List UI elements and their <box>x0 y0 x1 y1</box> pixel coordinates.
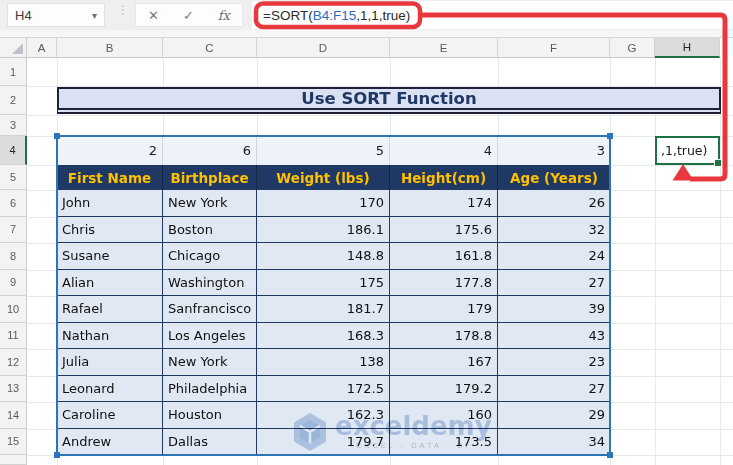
row-header-11[interactable]: 11 <box>0 323 27 350</box>
table-row: NathanLos Angeles168.3178.843 <box>57 323 610 350</box>
table-cell[interactable]: Caroline <box>57 402 163 428</box>
row-header-2[interactable]: 2 <box>0 86 27 115</box>
table-header-row: First NameBirthplaceWeight (lbs)Height(c… <box>57 165 610 190</box>
table-cell[interactable]: Houston <box>163 402 257 428</box>
table-cell[interactable]: Boston <box>163 217 257 243</box>
table-cell[interactable]: 27 <box>498 270 610 296</box>
table-cell[interactable]: Dallas <box>163 429 257 456</box>
table-cell[interactable]: New York <box>163 349 257 375</box>
table-cell[interactable]: Washington <box>163 270 257 296</box>
row-header-12[interactable]: 12 <box>0 349 27 376</box>
cancel-icon[interactable]: ✕ <box>148 8 159 23</box>
table-cell[interactable]: 179.7 <box>257 429 390 456</box>
table-cell[interactable]: 177.8 <box>390 270 498 296</box>
enter-icon[interactable]: ✓ <box>183 8 194 23</box>
row-header-1[interactable]: 1 <box>0 58 27 86</box>
table-cell[interactable]: John <box>57 190 163 216</box>
table-cell[interactable]: Philadelphia <box>163 376 257 402</box>
title-cell[interactable]: Use SORT Function <box>57 87 721 114</box>
column-header-f[interactable]: F <box>498 38 610 58</box>
table-cell[interactable]: 186.1 <box>257 217 390 243</box>
row-header-4[interactable]: 4 <box>0 136 27 165</box>
table-cell[interactable]: 162.3 <box>257 402 390 428</box>
gridline-horizontal <box>27 455 733 456</box>
table-cell[interactable]: 27 <box>498 376 610 402</box>
table-cell[interactable]: 175 <box>257 270 390 296</box>
table-cell[interactable]: 174 <box>390 190 498 216</box>
table-cell[interactable]: 23 <box>498 349 610 375</box>
table-cell[interactable]: 167 <box>390 349 498 375</box>
table-cell[interactable]: New York <box>163 190 257 216</box>
sort-index-cell[interactable]: 5 <box>257 136 390 165</box>
row-header-13[interactable]: 13 <box>0 376 27 403</box>
table-cell[interactable]: 179 <box>390 296 498 322</box>
table-column-header[interactable]: Height(cm) <box>390 165 498 190</box>
table-cell[interactable]: 43 <box>498 323 610 349</box>
table-column-header[interactable]: First Name <box>57 165 163 190</box>
table-cell[interactable]: 29 <box>498 402 610 428</box>
formula-suffix: ,1,1,true) <box>356 8 410 23</box>
formula-input[interactable]: =SORT(B4:F15,1,1,true) <box>252 1 733 29</box>
table-cell[interactable]: Los Angeles <box>163 323 257 349</box>
fill-handle[interactable] <box>714 159 722 167</box>
column-header-d[interactable]: D <box>257 38 390 58</box>
row-header-6[interactable]: 6 <box>0 190 27 217</box>
table-cell[interactable]: Chris <box>57 217 163 243</box>
table-cell[interactable]: 170 <box>257 190 390 216</box>
table-cell[interactable]: Andrew <box>57 429 163 456</box>
table-cell[interactable]: 161.8 <box>390 243 498 269</box>
table-column-header[interactable]: Age (Years) <box>498 165 610 190</box>
column-header-h[interactable]: H <box>655 38 720 58</box>
table-cell[interactable]: 175.6 <box>390 217 498 243</box>
table-cell[interactable]: 168.3 <box>257 323 390 349</box>
table-cell[interactable]: 34 <box>498 429 610 456</box>
column-header-b[interactable]: B <box>57 38 163 58</box>
column-header-c[interactable]: C <box>163 38 257 58</box>
column-header-a[interactable]: A <box>27 38 57 58</box>
table-column-header[interactable]: Birthplace <box>163 165 257 190</box>
table-cell[interactable]: 148.8 <box>257 243 390 269</box>
sort-index-cell[interactable]: 4 <box>390 136 498 165</box>
table-cell[interactable]: 181.7 <box>257 296 390 322</box>
table-cell[interactable]: 173.5 <box>390 429 498 456</box>
table-cell[interactable]: 32 <box>498 217 610 243</box>
table-cell[interactable]: Leonard <box>57 376 163 402</box>
table-cell[interactable]: Sanfrancisco <box>163 296 257 322</box>
row-header-15[interactable]: 15 <box>0 429 27 456</box>
column-header-g[interactable]: G <box>610 38 655 58</box>
row-header-5[interactable]: 5 <box>0 165 27 190</box>
row-header-7[interactable]: 7 <box>0 217 27 244</box>
table-cell[interactable]: Julia <box>57 349 163 375</box>
table-cell[interactable]: Nathan <box>57 323 163 349</box>
table-cell[interactable]: 179.2 <box>390 376 498 402</box>
column-header-e[interactable]: E <box>390 38 498 58</box>
row-header-3[interactable]: 3 <box>0 115 27 136</box>
row-header-10[interactable]: 10 <box>0 296 27 323</box>
table-row: LeonardPhiladelphia172.5179.227 <box>57 376 610 403</box>
row-header-8[interactable]: 8 <box>0 243 27 270</box>
active-cell-h4[interactable]: ,1,true) <box>655 136 720 165</box>
sort-index-cell[interactable]: 2 <box>57 136 163 165</box>
name-box[interactable]: H4 ▾ <box>7 3 105 27</box>
table-cell[interactable]: 26 <box>498 190 610 216</box>
row-header-9[interactable]: 9 <box>0 270 27 297</box>
row-header-14[interactable]: 14 <box>0 402 27 429</box>
table-cell[interactable]: Chicago <box>163 243 257 269</box>
sort-index-cell[interactable]: 6 <box>163 136 257 165</box>
table-cell[interactable]: 24 <box>498 243 610 269</box>
table-cell[interactable]: 178.8 <box>390 323 498 349</box>
select-all-triangle-icon <box>12 43 23 54</box>
table-column-header[interactable]: Weight (lbs) <box>257 165 390 190</box>
table-cell[interactable]: Rafael <box>57 296 163 322</box>
sort-index-cell[interactable]: 3 <box>498 136 610 165</box>
name-box-dropdown-icon[interactable]: ▾ <box>92 10 97 21</box>
insert-function-icon[interactable]: fx <box>218 8 230 23</box>
table-cell[interactable]: Alian <box>57 270 163 296</box>
table-cell[interactable]: 160 <box>390 402 498 428</box>
table-row: CarolineHouston162.316029 <box>57 402 610 429</box>
select-all-corner[interactable] <box>0 38 27 58</box>
table-cell[interactable]: 172.5 <box>257 376 390 402</box>
table-cell[interactable]: Susane <box>57 243 163 269</box>
table-cell[interactable]: 138 <box>257 349 390 375</box>
table-cell[interactable]: 39 <box>498 296 610 322</box>
